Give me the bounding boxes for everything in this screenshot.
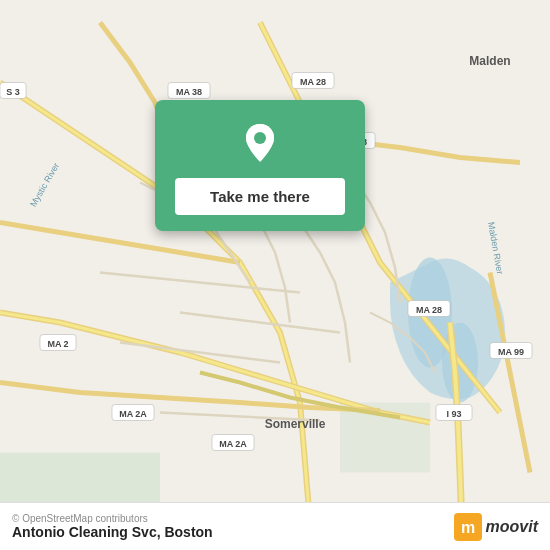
svg-text:MA 2A: MA 2A bbox=[219, 439, 247, 449]
moovit-brand-text: moovit bbox=[486, 518, 538, 536]
svg-text:Somerville: Somerville bbox=[265, 417, 326, 431]
svg-point-29 bbox=[254, 132, 266, 144]
svg-text:MA 2: MA 2 bbox=[47, 339, 68, 349]
bottom-left-info: © OpenStreetMap contributors Antonio Cle… bbox=[12, 513, 213, 540]
roads-layer: MA 38 MA 28 MA 28 MA 28 MA 2 MA 2A MA 2A… bbox=[0, 0, 550, 550]
svg-text:S 3: S 3 bbox=[6, 87, 20, 97]
svg-text:MA 28: MA 28 bbox=[300, 77, 326, 87]
copyright-text: © OpenStreetMap contributors bbox=[12, 513, 213, 524]
svg-text:Malden: Malden bbox=[469, 54, 510, 68]
moovit-icon: m bbox=[454, 513, 482, 541]
svg-text:I 93: I 93 bbox=[446, 409, 461, 419]
moovit-logo: m moovit bbox=[454, 513, 538, 541]
take-me-there-button[interactable]: Take me there bbox=[175, 178, 345, 215]
svg-text:Malden River: Malden River bbox=[486, 221, 505, 275]
svg-text:MA 38: MA 38 bbox=[176, 87, 202, 97]
svg-text:MA 99: MA 99 bbox=[498, 347, 524, 357]
svg-text:MA 2A: MA 2A bbox=[119, 409, 147, 419]
pin-icon bbox=[236, 118, 284, 166]
svg-text:Mystic River: Mystic River bbox=[28, 161, 61, 208]
map-container: MA 38 MA 28 MA 28 MA 28 MA 2 MA 2A MA 2A… bbox=[0, 0, 550, 550]
svg-text:m: m bbox=[460, 519, 474, 536]
bottom-bar: © OpenStreetMap contributors Antonio Cle… bbox=[0, 502, 550, 550]
location-card: Take me there bbox=[155, 100, 365, 231]
svg-text:MA 28: MA 28 bbox=[416, 305, 442, 315]
location-name: Antonio Cleaning Svc, Boston bbox=[12, 524, 213, 540]
